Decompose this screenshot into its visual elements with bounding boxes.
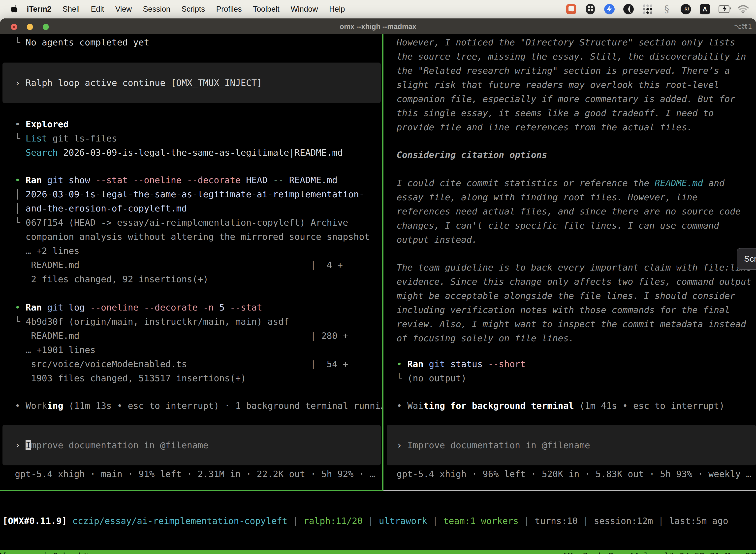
- terminal-block: • Working (11m 13s • esc to interrupt) ·…: [15, 399, 382, 413]
- menu-item-window[interactable]: Window: [291, 5, 318, 14]
- terminal-line: 1903 files changed, 513517 insertions(+): [15, 371, 382, 385]
- menubar: iTerm2ShellEditViewSessionScriptsProfile…: [0, 0, 756, 18]
- terminal-line: might be acceptable alongside the file l…: [397, 289, 756, 303]
- terminal-line: slight risk that future readers may over…: [397, 78, 756, 92]
- terminal-block: • Ran git status --short└ (no output): [397, 357, 756, 385]
- terminal-line: companion file, especially if more comme…: [397, 92, 756, 106]
- terminal-line: • Ran git status --short: [397, 357, 756, 371]
- terminal-line: └ No agents completed yet: [15, 35, 382, 49]
- terminal-block: • Ran git log --oneline --decorate -n 5 …: [15, 300, 382, 385]
- screen-notification-sliver[interactable]: Scre: [737, 248, 756, 270]
- terminal-line: … +2 lines: [15, 244, 382, 258]
- crescent-icon[interactable]: [623, 4, 634, 15]
- menu-item-view[interactable]: View: [115, 5, 132, 14]
- terminal-line: › Improve documentation in @filename: [397, 438, 756, 452]
- menu-item-help[interactable]: Help: [329, 5, 345, 14]
- terminal-line: output instead.: [397, 233, 756, 247]
- terminal-line: gpt-5.4 xhigh · main · 91% left · 2.31M …: [15, 467, 382, 481]
- titlebar[interactable]: omx --xhigh --madmax ⌥⌘1: [0, 18, 756, 34]
- terminal-line: of focusing solely on file lines.: [397, 331, 756, 345]
- apple-icon: [10, 5, 18, 14]
- menu-item-edit[interactable]: Edit: [91, 5, 104, 14]
- shield-icon[interactable]: [585, 4, 596, 15]
- terminal-line: │ 2026-03-09-is-legal-the-same-as-legiti…: [15, 187, 382, 201]
- terminal-line: Considering citation options: [397, 148, 756, 162]
- left-terminal-pane[interactable]: └ No agents completed yet› Ralph loop ac…: [0, 34, 382, 490]
- terminal-line: companion analysis without altering the …: [15, 230, 382, 244]
- right-pane-border: [383, 490, 756, 491]
- terminal-line: provide file and line references from th…: [397, 120, 756, 134]
- terminal-line: └ 067f154 (HEAD -> essay/ai-reimplementa…: [15, 215, 382, 230]
- terminal-line: The team guideline is to back every impo…: [397, 260, 756, 275]
- terminal-line: I could cite commit statistics or refere…: [397, 176, 756, 190]
- terminal-line: the source tree, missing the essay. Stil…: [397, 49, 756, 63]
- terminal-line: • Explored: [15, 117, 382, 131]
- terminal-block: The team guideline is to back every impo…: [397, 260, 756, 345]
- battery-icon[interactable]: [718, 4, 730, 15]
- terminal-block: gpt-5.4 xhigh · 96% left · 520K in · 5.8…: [397, 467, 756, 481]
- messenger-icon[interactable]: [604, 4, 615, 15]
- wifi-icon[interactable]: [738, 4, 749, 15]
- terminal-block: Considering citation options: [397, 148, 756, 162]
- tmux-host-clock: "MacBook-Pro-44.local" 04:52 31-Mar-26: [563, 551, 756, 554]
- tmux-status-bar: [omx-cczip0:bash* "MacBook-Pro-44.local"…: [0, 550, 756, 554]
- terminal-line: … +1901 lines: [15, 343, 382, 357]
- terminal-line: • Ran git show --stat --oneline --decora…: [15, 173, 382, 187]
- terminal-line: 2 files changed, 92 insertions(+): [15, 272, 382, 286]
- terminal-block: I could cite commit statistics or refere…: [397, 176, 756, 247]
- apple-menu[interactable]: [10, 5, 18, 14]
- menu-item-shell[interactable]: Shell: [63, 5, 80, 14]
- left-pane-border: [0, 490, 383, 491]
- terminal-line: │ and-the-erosion-of-copyleft.md: [15, 201, 382, 215]
- hook-icon[interactable]: §: [661, 4, 672, 15]
- iterm-window: omx --xhigh --madmax ⌥⌘1 └ No agents com…: [0, 18, 756, 554]
- terminal-block: • Waiting for background terminal (1m 41…: [397, 399, 756, 413]
- terminal-block: gpt-5.4 xhigh · main · 91% left · 2.31M …: [15, 467, 382, 481]
- terminal-line: └ List git ls-files: [15, 131, 382, 146]
- tmux-session-label: [omx-cczip0:bash*: [2, 551, 88, 554]
- screen-notification-text: Scre: [744, 254, 756, 263]
- terminal-line: evidence. Since this change only affects…: [397, 275, 756, 289]
- keyboard-layout-icon[interactable]: A: [699, 4, 710, 15]
- terminal-line: └ (no output): [397, 371, 756, 385]
- terminal-line: Search 2026-03-09-is-legal-the-same-as-l…: [15, 146, 382, 160]
- prompt-input-box[interactable]: › Improve documentation in @filename: [2, 425, 381, 465]
- window-shortcut-badge: ⌥⌘1: [734, 19, 752, 35]
- terminal-line: └ 4b9d30f (origin/main, instructkr/main,…: [15, 315, 382, 329]
- terminal-line: this single essay, it seems like a good …: [397, 106, 756, 120]
- omx-status-bar: [OMX#0.11.9] cczip/essay/ai-reimplementa…: [2, 514, 754, 528]
- terminal-line: • Ran git log --oneline --decorate -n 5 …: [15, 300, 382, 315]
- menu-item-profiles[interactable]: Profiles: [216, 5, 242, 14]
- terminal-line: references need actual files, and since …: [397, 204, 756, 218]
- menu-item-toolbelt[interactable]: Toolbelt: [253, 5, 279, 14]
- terminal-line: [OMX#0.11.9] cczip/essay/ai-reimplementa…: [2, 514, 754, 528]
- terminal-area: └ No agents completed yet› Ralph loop ac…: [0, 34, 756, 554]
- terminal-line: • Working (11m 13s • esc to interrupt) ·…: [15, 399, 382, 413]
- menu-items: iTerm2ShellEditViewSessionScriptsProfile…: [27, 5, 345, 14]
- terminal-line: src/voice/voiceModeEnabled.ts | 54 +: [15, 357, 382, 371]
- terminal-block: • Explored└ List git ls-files Search 202…: [15, 117, 382, 160]
- terminal-block: However, I noticed the "Directory Struct…: [397, 35, 756, 134]
- right-terminal-pane[interactable]: However, I noticed the "Directory Struct…: [384, 34, 756, 490]
- terminal-line: README.md | 280 +: [15, 329, 382, 343]
- screenshot-icon[interactable]: [566, 4, 577, 15]
- terminal-line: › Ralph loop active continue [OMX_TMUX_I…: [15, 76, 381, 90]
- terminal-block: └ No agents completed yet: [15, 35, 382, 49]
- prompt-input-box[interactable]: › Ralph loop active continue [OMX_TMUX_I…: [2, 63, 381, 103]
- prompt-input-box[interactable]: › Improve documentation in @filename: [387, 425, 756, 465]
- menu-item-iterm2[interactable]: iTerm2: [27, 5, 51, 14]
- timer-badge-icon[interactable]: ..61: [680, 4, 691, 15]
- terminal-line: essay file, along with finding root file…: [397, 190, 756, 204]
- terminal-line: README.md | 4 +: [15, 258, 382, 272]
- terminal-line: review. Also, I might want to inspect th…: [397, 317, 756, 331]
- terminal-line: gpt-5.4 xhigh · 96% left · 520K in · 5.8…: [397, 467, 756, 481]
- terminal-line: the "Related research writing" section i…: [397, 63, 756, 78]
- terminal-block: • Ran git show --stat --oneline --decora…: [15, 173, 382, 286]
- terminal-line: • Waiting for background terminal (1m 41…: [397, 399, 756, 413]
- dots-grid-icon[interactable]: [642, 4, 653, 15]
- menu-item-session[interactable]: Session: [143, 5, 170, 14]
- menubar-status-icons: § ..61 A: [566, 4, 749, 15]
- pane-divider[interactable]: [382, 34, 383, 491]
- menu-item-scripts[interactable]: Scripts: [182, 5, 205, 14]
- terminal-line: changes, I can't cite specific file line…: [397, 218, 756, 233]
